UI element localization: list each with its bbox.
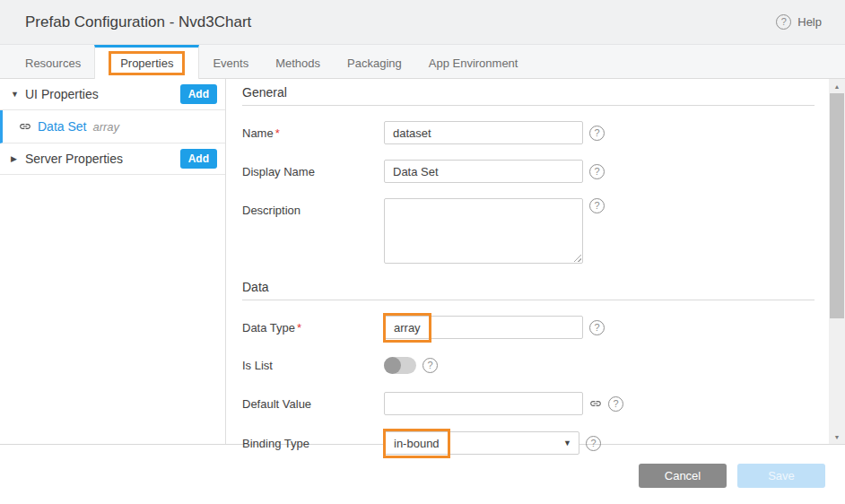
scroll-up-icon[interactable]: ▲ [829,79,845,93]
properties-tab-highlight: Properties [109,51,185,75]
chevron-down-icon: ▼ [563,439,571,448]
name-help-icon[interactable]: ? [589,126,605,141]
save-button[interactable]: Save [737,464,825,488]
help-label: Help [797,15,822,29]
cancel-button[interactable]: Cancel [639,464,727,488]
field-row-data-type: Data Type* array ? [242,316,815,339]
tab-properties[interactable]: Properties [94,45,199,79]
sidebar-section-server-properties[interactable]: ▶ Server Properties Add [0,143,225,175]
data-type-help-icon[interactable]: ? [589,320,605,335]
data-type-input[interactable]: array [384,316,583,339]
tab-app-environment[interactable]: App Environment [415,45,532,78]
display-name-label: Display Name [242,165,384,178]
description-label: Description [242,198,384,217]
binding-type-label: Binding Type [242,437,384,450]
section-heading-data: Data [242,280,815,300]
prefab-configuration-dialog: Prefab Configuration - Nvd3Chart ? Help … [0,0,845,504]
sidebar-item-dataset[interactable]: Data Set array [0,110,225,143]
section-heading-general: General [242,85,815,106]
scroll-down-icon[interactable]: ▼ [829,430,845,444]
binding-type-select[interactable]: in-bound ▼ [384,431,579,455]
toggle-knob [384,357,401,374]
add-server-property-button[interactable]: Add [180,149,217,169]
add-ui-property-button[interactable]: Add [180,84,217,104]
field-row-name: Name* ? [242,121,815,144]
bind-link-icon [19,120,31,133]
dataset-item-type: array [92,120,119,134]
vertical-scrollbar[interactable]: ▲ ▼ [829,79,845,444]
required-asterisk: * [275,126,280,140]
property-form-panel: General Name* ? Display Name ? [226,79,845,444]
binding-type-help-icon[interactable]: ? [586,436,601,451]
name-label: Name* [242,126,384,140]
help-circle-icon: ? [776,14,791,30]
field-row-default-value: Default Value ? [242,392,815,415]
default-value-label: Default Value [242,397,384,411]
tab-resources[interactable]: Resources [12,45,94,78]
properties-sidebar: ▼ UI Properties Add Data Set array ▶ Ser… [0,79,226,444]
tab-methods[interactable]: Methods [262,45,334,78]
is-list-help-icon[interactable]: ? [422,358,438,373]
dataset-item-label: Data Set [38,119,86,134]
tab-bar: Resources Properties Events Methods Pack… [0,45,845,79]
is-list-toggle[interactable] [384,357,416,374]
data-type-value-highlight: array [383,313,431,343]
field-row-display-name: Display Name ? [242,160,815,183]
is-list-label: Is List [242,359,384,372]
dialog-header: Prefab Configuration - Nvd3Chart ? Help [0,0,845,45]
expand-arrow-icon[interactable]: ▶ [11,154,25,163]
default-value-help-icon[interactable]: ? [608,396,623,412]
scrollbar-thumb[interactable] [830,93,844,318]
collapse-arrow-icon[interactable]: ▼ [11,90,25,99]
help-button[interactable]: ? Help [776,14,822,30]
description-textarea[interactable] [384,198,583,264]
tab-packaging[interactable]: Packaging [334,45,415,78]
name-input[interactable] [384,121,583,144]
field-row-is-list: Is List ? [242,357,815,374]
display-name-help-icon[interactable]: ? [589,164,605,179]
sidebar-section-ui-properties[interactable]: ▼ UI Properties Add [0,79,225,110]
required-asterisk: * [297,321,301,335]
binding-type-value-highlight: in-bound [383,429,450,458]
data-type-label: Data Type* [242,321,384,335]
description-help-icon[interactable]: ? [589,198,605,213]
field-row-binding-type: Binding Type in-bound ▼ ? [242,431,815,455]
display-name-input[interactable] [384,160,583,183]
field-row-description: Description ? [242,198,815,264]
page-title: Prefab Configuration - Nvd3Chart [25,13,251,31]
bind-property-icon[interactable] [589,397,602,410]
default-value-input[interactable] [384,392,583,415]
tab-events[interactable]: Events [199,45,262,78]
